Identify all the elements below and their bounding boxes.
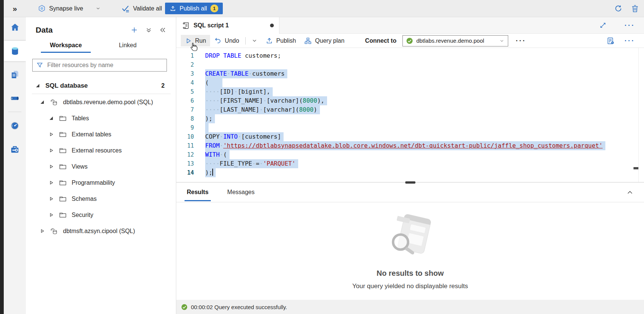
pane-splitter-handle[interactable] bbox=[405, 181, 415, 184]
validate-all-button[interactable]: Validate all bbox=[121, 4, 162, 12]
sidebar-item-monitor[interactable] bbox=[4, 115, 26, 136]
resource-tree: SQL database2dbtlabs.revenue.demo.pool (… bbox=[26, 78, 176, 239]
editor-more-button[interactable]: ··· bbox=[624, 37, 635, 45]
sql-script-icon bbox=[182, 21, 190, 30]
editor-scrollbar[interactable] bbox=[638, 48, 639, 182]
chevron-collapsed-icon[interactable] bbox=[49, 213, 54, 217]
collapse-results-chevron-up-icon[interactable] bbox=[626, 189, 633, 196]
properties-icon[interactable] bbox=[606, 37, 615, 45]
publish-button[interactable]: Publish bbox=[261, 35, 300, 46]
sidebar-item-manage[interactable] bbox=[4, 139, 26, 159]
chevron-collapsed-icon[interactable] bbox=[40, 229, 45, 233]
text-cursor bbox=[212, 169, 213, 176]
toolbar-overflow-chevron[interactable] bbox=[248, 35, 261, 46]
chevron-collapsed-icon[interactable] bbox=[49, 164, 54, 169]
tree-item-external-tables[interactable]: External tables bbox=[26, 126, 176, 142]
line-number: 2 bbox=[176, 60, 197, 69]
tree-item-views[interactable]: Views bbox=[26, 158, 176, 175]
code-line-7[interactable]: ····[LAST_NAME]·[varchar](8000) bbox=[205, 105, 644, 114]
chevron-collapsed-icon[interactable] bbox=[49, 148, 54, 153]
query-status-bar: 00:00:02 Query executed successfully. bbox=[176, 300, 644, 314]
sidebar-item-integrate[interactable] bbox=[4, 88, 26, 108]
branch-label: Synapse live bbox=[49, 5, 83, 12]
chevron-collapsed-icon[interactable] bbox=[49, 197, 54, 201]
code-line-11[interactable]: FROM·'https://dbtlabsynapsedatalake.blob… bbox=[205, 141, 644, 150]
monitor-icon bbox=[10, 121, 20, 131]
folder-icon bbox=[59, 114, 67, 122]
editor-toolbar: Run Undo Publish Query plan Connect to d… bbox=[176, 34, 644, 48]
tree-item-label: External resources bbox=[72, 147, 122, 154]
line-number-gutter: 1234567891011121314 bbox=[176, 48, 197, 182]
query-plan-icon bbox=[304, 37, 312, 45]
tree-item-schemas[interactable]: Schemas bbox=[26, 191, 176, 207]
scrollbar-mark[interactable] bbox=[633, 167, 638, 169]
chevron-expanded-icon[interactable] bbox=[49, 116, 54, 120]
toolbar-more-button[interactable]: ··· bbox=[516, 37, 526, 45]
tab-title: SQL script 1 bbox=[194, 22, 229, 29]
code-line-5[interactable]: ····[ID]·[bigint], bbox=[205, 87, 644, 96]
code-line-1[interactable]: DROP TABLE customers; bbox=[205, 51, 644, 60]
query-plan-button[interactable]: Query plan bbox=[300, 35, 348, 46]
code-line-12[interactable]: WITH·( bbox=[205, 150, 644, 159]
line-number: 14 bbox=[176, 168, 197, 177]
tree-item-dbtmsft-azsyn-cipool-sql-[interactable]: dbtmsft.azsyn.cipool (SQL) bbox=[26, 223, 176, 239]
code-line-10[interactable]: COPY·INTO·[customers] bbox=[205, 132, 644, 141]
chevron-expanded-icon[interactable] bbox=[36, 84, 41, 88]
tree-item-programmability[interactable]: Programmability bbox=[26, 175, 176, 191]
tab-results[interactable]: Results bbox=[186, 183, 209, 201]
undo-label: Undo bbox=[225, 37, 239, 44]
collapsed-panel-strip[interactable] bbox=[0, 0, 4, 314]
expand-rail-button[interactable]: » bbox=[4, 4, 26, 13]
chevron-expanded-icon[interactable] bbox=[40, 100, 45, 104]
tree-item-tables[interactable]: Tables bbox=[26, 110, 176, 126]
branch-selector[interactable]: Synapse live bbox=[38, 4, 101, 12]
tree-item-dbtlabs-revenue-demo-pool-sql-[interactable]: dbtlabs.revenue.demo.pool (SQL) bbox=[26, 94, 176, 110]
discard-trash-icon[interactable] bbox=[631, 4, 639, 13]
validate-check-icon bbox=[121, 4, 130, 12]
tree-item-sql-database[interactable]: SQL database2 bbox=[26, 78, 176, 94]
connect-to-label: Connect to bbox=[365, 37, 396, 44]
tab-sql-script[interactable]: SQL script 1 bbox=[176, 17, 279, 34]
sidebar-item-data[interactable] bbox=[4, 41, 26, 61]
chevron-collapsed-icon[interactable] bbox=[49, 181, 54, 185]
code-line-6[interactable]: ····[FIRST_NAME]·[varchar](8000), bbox=[205, 96, 644, 105]
tab-more-button[interactable]: ··· bbox=[624, 21, 635, 30]
code-lines[interactable]: DROP TABLE customers;CREATE·TABLE·custom… bbox=[197, 48, 644, 182]
folder-icon bbox=[59, 163, 67, 170]
selection-highlight: ); bbox=[205, 114, 215, 123]
validate-label: Validate all bbox=[133, 5, 162, 12]
tab-messages[interactable]: Messages bbox=[227, 183, 255, 201]
tab-linked[interactable]: Linked bbox=[97, 39, 159, 53]
refresh-icon[interactable] bbox=[614, 4, 622, 12]
tree-item-label: SQL database bbox=[45, 82, 88, 90]
expand-editor-icon[interactable] bbox=[599, 22, 606, 29]
add-resource-button[interactable] bbox=[131, 26, 138, 34]
sidebar-item-develop[interactable] bbox=[4, 64, 26, 85]
sql-code-editor[interactable]: 1234567891011121314 DROP TABLE customers… bbox=[176, 48, 644, 182]
undo-button[interactable]: Undo bbox=[210, 35, 243, 46]
chevron-down-icon bbox=[96, 6, 101, 11]
connect-to-pool-dropdown[interactable]: dbtlabs.revenue.demo.pool bbox=[402, 35, 508, 46]
code-line-9[interactable] bbox=[205, 123, 644, 132]
line-number: 7 bbox=[176, 105, 197, 114]
code-line-14[interactable]: ); bbox=[205, 168, 644, 177]
success-check-icon bbox=[181, 304, 188, 310]
sidebar-item-home[interactable] bbox=[4, 17, 26, 37]
collapse-all-icon[interactable] bbox=[146, 27, 152, 33]
code-line-2[interactable] bbox=[205, 60, 644, 69]
tree-item-security[interactable]: Security bbox=[26, 207, 176, 223]
tree-item-count: 2 bbox=[161, 82, 165, 89]
collapse-panel-icon[interactable] bbox=[159, 27, 166, 33]
filter-resources-input[interactable] bbox=[47, 61, 163, 69]
code-line-3[interactable]: CREATE·TABLE·customers bbox=[205, 69, 644, 78]
line-number: 5 bbox=[176, 87, 197, 96]
chevron-collapsed-icon[interactable] bbox=[49, 132, 54, 136]
code-line-4[interactable]: ( bbox=[205, 78, 644, 87]
code-line-8[interactable]: ); bbox=[205, 114, 644, 123]
develop-icon bbox=[10, 70, 20, 79]
publish-all-button[interactable]: Publish all 1 bbox=[165, 3, 223, 14]
publish-label: Publish bbox=[276, 37, 296, 44]
tree-item-external-resources[interactable]: External resources bbox=[26, 142, 176, 158]
tab-workspace[interactable]: Workspace bbox=[35, 39, 97, 53]
code-line-13[interactable]: ····FILE_TYPE·=·'PARQUET' bbox=[205, 159, 644, 168]
